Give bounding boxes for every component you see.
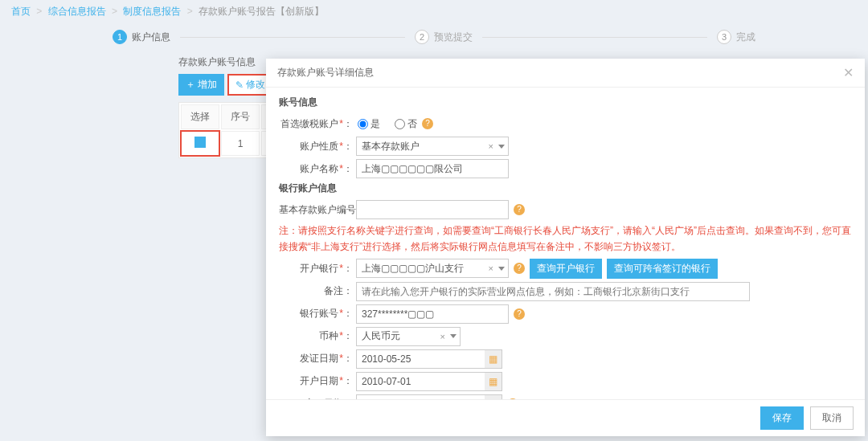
label-pref-tax: 首选缴税账户*： <box>279 117 353 131</box>
cancel-button[interactable]: 取消 <box>810 406 854 430</box>
help-icon[interactable]: ? <box>422 118 433 129</box>
detail-modal: 存款账户账号详细信息 ✕ 账号信息 首选缴税账户*： 是 否 ? 账户性质*： … <box>266 59 865 436</box>
crumb-home[interactable]: 首页 <box>11 6 31 17</box>
help-icon[interactable]: ? <box>514 308 525 320</box>
modal-header: 存款账户账号详细信息 ✕ <box>266 59 865 88</box>
label-issue-date: 发证日期*： <box>279 352 353 365</box>
calendar-icon[interactable]: ▦ <box>485 372 502 391</box>
add-button[interactable]: ＋ 增加 <box>178 74 224 96</box>
step-tracker: 1 账户信息 2 预览提交 3 完成 <box>0 23 868 55</box>
step-2: 2 预览提交 <box>415 30 473 44</box>
breadcrumb: 首页 > 综合信息报告 > 制度信息报告 > 存款账户账号报告【创新版】 <box>0 0 868 23</box>
plus-icon: ＋ <box>186 78 195 92</box>
crumb-sep: > <box>36 6 42 17</box>
step-3: 3 完成 <box>717 30 755 44</box>
acctname-input[interactable] <box>356 159 509 178</box>
bank-select[interactable]: 上海▢▢▢▢▢沪山支行 × <box>356 259 509 278</box>
chevron-down-icon <box>498 267 505 271</box>
calendar-icon[interactable]: ▦ <box>485 349 502 369</box>
chevron-down-icon <box>450 334 457 338</box>
nature-select[interactable]: 基本存款账户 × <box>356 137 509 156</box>
pencil-icon: ✎ <box>235 80 244 91</box>
step-1: 1 账户信息 <box>113 30 170 44</box>
baseno-input[interactable] <box>356 200 509 219</box>
checkbox-icon[interactable] <box>194 137 206 148</box>
label-ccy: 币种*： <box>279 329 353 343</box>
pref-yes-radio[interactable] <box>358 119 368 129</box>
query-bank-button[interactable]: 查询开户银行 <box>530 259 602 279</box>
label-bank: 开户银行*： <box>279 262 353 276</box>
group-bank: 银行账户信息 <box>279 182 852 195</box>
pref-no-radio[interactable] <box>395 119 405 129</box>
modal-footer: 保存 取消 <box>266 399 865 436</box>
clear-icon[interactable]: × <box>489 263 493 273</box>
label-baseno: 基本存款账户编号*： <box>279 203 353 217</box>
open-date-input[interactable] <box>356 372 485 391</box>
label-acctname: 账户名称*： <box>279 162 353 176</box>
group-account: 账号信息 <box>279 96 852 109</box>
crumb-l1[interactable]: 综合信息报告 <box>48 6 106 17</box>
chevron-down-icon <box>498 145 505 149</box>
issue-date-input[interactable] <box>356 349 485 369</box>
clear-icon[interactable]: × <box>440 332 445 341</box>
query-cross-bank-button[interactable]: 查询可跨省签订的银行 <box>607 259 718 279</box>
save-button[interactable]: 保存 <box>760 406 804 430</box>
crumb-l2[interactable]: 制度信息报告 <box>123 6 181 17</box>
help-icon[interactable]: ? <box>514 263 525 274</box>
label-remark: 备注： <box>279 284 353 298</box>
bankno-input[interactable] <box>356 304 509 324</box>
close-icon[interactable]: ✕ <box>843 65 854 80</box>
ccy-select[interactable]: 人民币元 × <box>356 327 461 346</box>
label-nature: 账户性质*： <box>279 140 353 153</box>
label-bankno: 银行账号*： <box>279 307 353 321</box>
bank-note: 注：请按照支行名称关键字进行查询，如需要查询“工商银行长春人民广场支行”，请输入… <box>279 223 852 255</box>
crumb-current: 存款账户账号报告【创新版】 <box>199 6 324 17</box>
help-icon[interactable]: ? <box>514 204 525 215</box>
modal-title: 存款账户账号详细信息 <box>277 66 374 80</box>
row-select-cell[interactable] <box>181 131 219 156</box>
remark-input[interactable] <box>356 282 750 301</box>
label-open-date: 开户日期*： <box>279 374 353 388</box>
clear-icon[interactable]: × <box>489 141 493 151</box>
modal-body: 账号信息 首选缴税账户*： 是 否 ? 账户性质*： 基本存款账户 × 账户名称… <box>266 88 865 399</box>
